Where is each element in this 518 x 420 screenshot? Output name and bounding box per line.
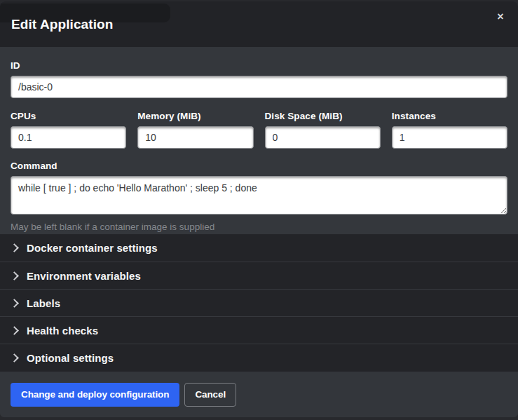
id-field-group: ID <box>11 60 507 98</box>
modal-header: Edit Application × <box>0 1 518 47</box>
section-environment-variables[interactable]: Environment variables <box>0 262 518 289</box>
command-field-group: Command May be left blank if a container… <box>11 161 507 232</box>
application-form: ID CPUs Memory (MiB) Disk Space (MiB) In… <box>0 47 518 234</box>
page-title: Edit Application <box>11 17 114 32</box>
memory-field-group: Memory (MiB) <box>137 111 253 149</box>
section-labels[interactable]: Labels <box>0 289 518 316</box>
chevron-right-icon <box>10 271 19 280</box>
section-label: Docker container settings <box>27 242 158 254</box>
section-label: Environment variables <box>27 270 141 282</box>
chevron-right-icon <box>10 353 19 363</box>
memory-input[interactable] <box>137 126 253 149</box>
change-and-deploy-button[interactable]: Change and deploy configuration <box>11 383 179 407</box>
cancel-button[interactable]: Cancel <box>184 383 236 407</box>
instances-label: Instances <box>392 111 507 121</box>
cpus-label: CPUs <box>11 111 126 121</box>
resources-row: CPUs Memory (MiB) Disk Space (MiB) Insta… <box>11 111 507 149</box>
cpus-field-group: CPUs <box>11 111 126 149</box>
edit-application-modal: Edit Application × ID CPUs Memory (MiB) … <box>0 1 518 417</box>
memory-label: Memory (MiB) <box>137 111 253 121</box>
section-label: Labels <box>27 297 60 309</box>
section-label: Health checks <box>27 325 98 337</box>
disk-field-group: Disk Space (MiB) <box>265 111 381 149</box>
section-docker-container-settings[interactable]: Docker container settings <box>0 234 518 262</box>
chevron-right-icon <box>10 326 19 335</box>
section-label: Optional settings <box>27 352 114 364</box>
chevron-right-icon <box>10 299 19 308</box>
instances-field-group: Instances <box>392 111 507 149</box>
command-textarea[interactable] <box>11 176 507 215</box>
section-health-checks[interactable]: Health checks <box>0 316 518 344</box>
section-optional-settings[interactable]: Optional settings <box>0 344 518 371</box>
disk-space-label: Disk Space (MiB) <box>265 111 381 121</box>
instances-input[interactable] <box>392 126 507 149</box>
chevron-right-icon <box>10 243 19 252</box>
id-input[interactable] <box>11 76 507 98</box>
cpus-input[interactable] <box>11 126 126 149</box>
command-label: Command <box>11 161 507 171</box>
disk-space-input[interactable] <box>265 126 381 149</box>
command-help-text: May be left blank if a container image i… <box>11 222 507 232</box>
id-label: ID <box>11 60 507 71</box>
collapsible-sections: Docker container settings Environment va… <box>0 234 518 372</box>
modal-footer: Change and deploy configuration Cancel <box>0 372 518 417</box>
close-icon[interactable]: × <box>493 9 508 25</box>
